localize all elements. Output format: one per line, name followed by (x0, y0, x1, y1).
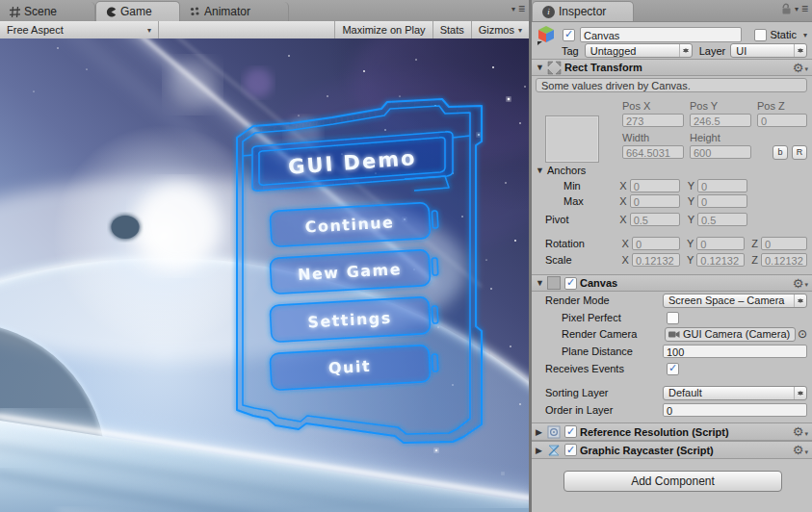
render-mode-arrows (794, 294, 806, 307)
pivot-x-field[interactable]: 0.5 (630, 213, 680, 226)
pos-x-field[interactable]: 273 (622, 114, 684, 127)
inspector-panel: i Inspector ▾ ≡ ✓ Canvas (532, 0, 812, 512)
pos-z-field[interactable]: 0 (757, 114, 807, 127)
stats-button[interactable]: Stats (432, 21, 471, 38)
sorting-layer-dropdown[interactable]: Default (663, 386, 807, 400)
inspector-panel-menu[interactable]: ▾ ≡ (781, 2, 812, 21)
gizmos-dropdown[interactable]: Gizmos▾ (471, 21, 529, 38)
plane-distance-field[interactable]: 100 (663, 345, 807, 358)
max-y-field[interactable]: 0 (697, 194, 747, 208)
reference-resolution-gear[interactable]: ⚙▾ (793, 424, 808, 439)
object-name-field[interactable]: Canvas (580, 27, 742, 42)
add-component-button[interactable]: Add Component (563, 471, 782, 492)
canvas-gear[interactable]: ⚙▾ (793, 276, 808, 291)
canvas-component-title: Canvas (580, 277, 617, 289)
anchors-foldout[interactable]: ▼ (536, 166, 547, 175)
rotation-x-axis: X (622, 238, 629, 249)
anchors-foldout-row[interactable]: ▼ Anchors (536, 164, 807, 176)
game-panel-menu[interactable]: ▾ ≡ (511, 2, 529, 21)
graphic-raycaster-header[interactable]: ▶ ✓ Graphic Raycaster (Script) ⚙▾ (532, 441, 812, 459)
scale-label: Scale (545, 254, 572, 266)
canvas-foldout[interactable]: ▼ (536, 278, 547, 288)
moon (111, 215, 141, 240)
layer-dropdown[interactable]: UI (730, 43, 807, 58)
pivot-row: Pivot X 0.5 Y 0.5 (536, 212, 807, 226)
rotation-z-field[interactable]: 0 (761, 237, 807, 250)
stats-label: Stats (440, 24, 464, 36)
scale-y-field[interactable]: 0.12132 (696, 253, 745, 267)
tab-game[interactable]: Game (95, 1, 180, 21)
reference-resolution-checkbox[interactable]: ✓ (564, 425, 577, 438)
tag-dropdown[interactable]: Untagged (585, 43, 693, 58)
receives-events-label: Receives Events (545, 363, 624, 374)
object-picker-icon[interactable]: ⊙ (798, 327, 807, 341)
game-tabbar: Scene Game Animator ▾ ≡ (0, 0, 529, 22)
aspect-dropdown[interactable]: Free Aspect ▾ (0, 21, 159, 38)
canvas-enabled-checkbox[interactable]: ✓ (564, 277, 577, 290)
receives-events-checkbox[interactable]: ✓ (667, 363, 679, 375)
menu-button-quit-label[interactable]: Quit (327, 357, 371, 377)
graphic-raycaster-icon (547, 444, 561, 457)
max-x-field[interactable]: 0 (630, 194, 680, 208)
render-mode-value: Screen Space – Camera (668, 294, 784, 306)
graphic-raycaster-foldout[interactable]: ▶ (536, 446, 547, 455)
receives-events-check-mark: ✓ (668, 363, 677, 373)
gizmos-dropdown-icon: ▾ (518, 26, 522, 35)
order-in-layer-field[interactable]: 0 (663, 403, 807, 417)
tab-animator[interactable]: Animator (180, 2, 289, 21)
canvas-component-header[interactable]: ▼ ✓ Canvas ⚙▾ (532, 274, 812, 292)
order-in-layer-row: Order in Layer 0 (536, 402, 807, 418)
min-x-axis: X (619, 180, 626, 192)
rect-transform-title: Rect Transform (564, 62, 642, 73)
render-camera-object-field[interactable]: GUI Camera (Camera) (665, 327, 796, 342)
tag-value: Untagged (590, 45, 637, 57)
blueprint-mode-button[interactable]: b (773, 145, 788, 160)
inspector-dropdown-icon[interactable]: ▾ (795, 5, 799, 13)
static-checkbox[interactable] (754, 29, 767, 41)
plane-distance-label: Plane Distance (562, 346, 633, 357)
game-scene: GUI Demo Continue New Game Settings Quit (0, 38, 529, 512)
pos-y-field[interactable]: 246.5 (690, 114, 751, 127)
tab-animator-label: Animator (204, 5, 250, 18)
pixel-perfect-checkbox[interactable] (667, 312, 679, 324)
animator-dots-icon (190, 7, 200, 17)
maximize-on-play-button[interactable]: Maximize on Play (334, 21, 432, 38)
size-fields-row: 664.5031 600 b R (536, 144, 807, 160)
rect-transform-gear[interactable]: ⚙▾ (793, 61, 808, 75)
min-y-field[interactable]: 0 (697, 179, 747, 192)
layer-value: UI (736, 45, 747, 57)
scale-x-field[interactable]: 0.12132 (632, 253, 680, 267)
gameobject-cube-icon[interactable] (536, 24, 557, 45)
width-field[interactable]: 664.5031 (622, 145, 684, 159)
tab-scene[interactable]: Scene (0, 2, 95, 21)
driven-values-text: Some values driven by Canvas. (541, 80, 691, 91)
active-checkbox[interactable]: ✓ (563, 29, 575, 41)
graphic-raycaster-gear[interactable]: ⚙▾ (793, 443, 808, 457)
panel-menu-icon[interactable]: ≡ (518, 2, 524, 15)
rotation-y-field[interactable]: 0 (696, 237, 745, 250)
reference-resolution-header[interactable]: ▶ ✓ Reference Resolution (Script) ⚙▾ (532, 422, 812, 441)
height-field[interactable]: 600 (690, 145, 751, 159)
rect-transform-foldout[interactable]: ▼ (536, 63, 547, 72)
min-x-field[interactable]: 0 (630, 179, 680, 192)
rect-transform-header[interactable]: ▼ Rect Transform ⚙▾ (532, 59, 812, 76)
reference-resolution-check-mark: ✓ (566, 426, 575, 437)
static-dropdown-icon[interactable]: ▾ (803, 31, 807, 39)
rotation-x-field[interactable]: 0 (632, 237, 680, 250)
sorting-layer-arrows (794, 387, 806, 399)
panel-dropdown-icon[interactable]: ▾ (511, 5, 515, 13)
render-camera-label: Render Camera (562, 328, 637, 340)
render-mode-dropdown[interactable]: Screen Space – Camera (663, 294, 807, 308)
pivot-y-field[interactable]: 0.5 (697, 213, 747, 226)
height-label: Height (690, 132, 720, 143)
raw-edit-mode-button[interactable]: R (792, 145, 807, 160)
reference-resolution-foldout[interactable]: ▶ (536, 427, 547, 437)
inspector-menu-icon[interactable]: ≡ (801, 2, 807, 15)
tab-inspector[interactable]: i Inspector (532, 1, 634, 21)
pivot-label: Pivot (545, 214, 568, 225)
render-camera-row: Render Camera GUI Camera (Camera) ⊙ (536, 326, 807, 342)
lock-icon[interactable] (781, 3, 792, 14)
scale-z-field[interactable]: 0.12132 (761, 253, 807, 267)
graphic-raycaster-checkbox[interactable]: ✓ (564, 444, 577, 456)
scale-row: Scale X 0.12132 Y 0.12132 Z 0.12132 (536, 252, 807, 267)
